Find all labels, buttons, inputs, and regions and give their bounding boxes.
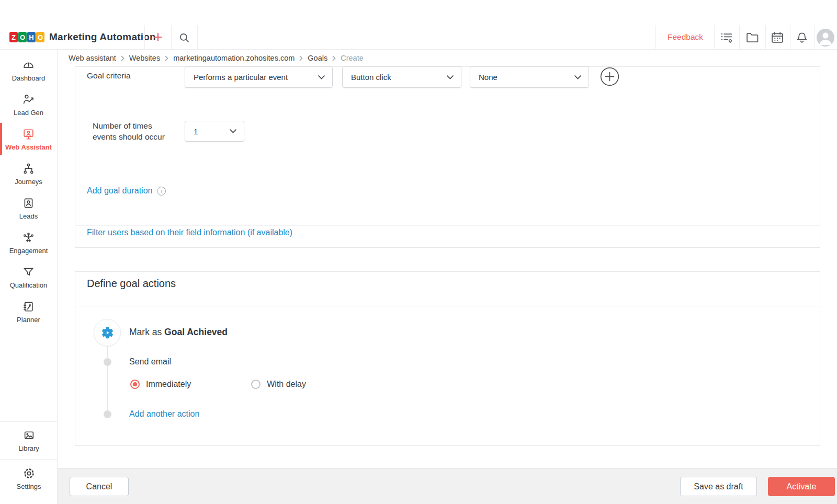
add-criteria-icon[interactable] bbox=[600, 67, 619, 86]
radio-immediately[interactable] bbox=[130, 380, 140, 389]
sidebar-item-lead-gen[interactable]: Lead Gen bbox=[0, 87, 57, 122]
chevron-down-icon bbox=[574, 75, 581, 79]
engagement-icon bbox=[22, 231, 35, 244]
goal-criteria-label: Goal criteria bbox=[87, 71, 131, 81]
breadcrumb-item[interactable]: marketingautomation.zohosites.com bbox=[173, 54, 295, 62]
task-list-icon[interactable] bbox=[719, 30, 734, 45]
action-node-dot bbox=[104, 358, 111, 366]
qualification-icon bbox=[22, 266, 35, 279]
sidebar-item-label: Web Assistant bbox=[5, 143, 52, 151]
goal-actions-card: Define goal actions Mark as Goal Achieve… bbox=[75, 271, 820, 446]
event-value: Button click bbox=[351, 73, 391, 82]
sidebar-item-label: Settings bbox=[17, 483, 41, 490]
add-another-action-link[interactable]: Add another action bbox=[129, 409, 199, 419]
cancel-button[interactable]: Cancel bbox=[70, 477, 129, 496]
app-title: Marketing Automation bbox=[49, 31, 156, 43]
avatar[interactable] bbox=[817, 29, 834, 47]
lead-gen-icon bbox=[22, 93, 35, 106]
sidebar-item-leads[interactable]: Leads bbox=[0, 191, 57, 225]
divider bbox=[75, 306, 820, 306]
logo-letter: O bbox=[18, 32, 27, 42]
zoho-logo: Z O H O bbox=[9, 32, 44, 42]
sidebar-item-web-assistant[interactable]: Web Assistant bbox=[0, 122, 57, 156]
goal-achieved-gear-icon bbox=[94, 319, 121, 346]
header-divider bbox=[739, 25, 740, 50]
sidebar-item-library[interactable]: Library bbox=[0, 421, 58, 459]
radio-with-delay[interactable] bbox=[251, 380, 261, 389]
header-divider bbox=[197, 25, 198, 50]
event-type-value: Performs a particular event bbox=[194, 73, 288, 82]
sidebar-item-planner[interactable]: Planner bbox=[0, 294, 57, 329]
sidebar-item-qualification[interactable]: Qualification bbox=[0, 260, 57, 294]
event-select[interactable]: Button click bbox=[342, 66, 461, 88]
mark-as-value: Goal Achieved bbox=[164, 327, 228, 337]
footer-action-bar: Cancel Save as draft Activate bbox=[58, 468, 837, 504]
sidebar-item-label: Engagement bbox=[9, 247, 48, 255]
sidebar-item-journeys[interactable]: Journeys bbox=[0, 156, 57, 191]
add-goal-duration-link[interactable]: Add goal duration bbox=[87, 186, 152, 196]
divider bbox=[75, 225, 820, 226]
sidebar-item-label: Library bbox=[18, 444, 39, 452]
radio-immediately-label[interactable]: Immediately bbox=[146, 380, 191, 389]
sidebar-item-label: Dashboard bbox=[12, 74, 46, 82]
chevron-right-icon bbox=[121, 55, 125, 61]
leads-icon bbox=[22, 197, 35, 210]
logo-letter: H bbox=[27, 32, 36, 42]
send-email-options: Immediately With delay bbox=[130, 380, 306, 389]
header-divider bbox=[790, 25, 790, 50]
feedback-link[interactable]: Feedback bbox=[660, 32, 710, 42]
dashboard-icon bbox=[22, 59, 35, 72]
header-divider bbox=[655, 25, 656, 50]
action-node-dot bbox=[104, 410, 111, 418]
library-icon bbox=[22, 429, 36, 442]
mark-as-prefix: Mark as bbox=[129, 327, 164, 337]
logo-letter: O bbox=[36, 32, 44, 42]
save-as-draft-button[interactable]: Save as draft bbox=[680, 477, 757, 496]
breadcrumb-item[interactable]: Goals bbox=[308, 54, 327, 62]
chevron-down-icon bbox=[447, 75, 454, 79]
goal-criteria-card: Goal criteria Performs a particular even… bbox=[75, 66, 820, 248]
brand[interactable]: Z O H O Marketing Automation bbox=[9, 31, 156, 43]
breadcrumb-current: Create bbox=[341, 54, 364, 62]
bell-icon[interactable] bbox=[795, 30, 809, 45]
header-divider bbox=[171, 25, 172, 50]
sidebar-item-engagement[interactable]: Engagement bbox=[0, 225, 57, 260]
activate-button[interactable]: Activate bbox=[768, 477, 835, 496]
header-divider bbox=[765, 25, 766, 50]
sidebar-item-label: Qualification bbox=[10, 281, 48, 289]
times-select[interactable]: 1 bbox=[185, 121, 244, 142]
app-window: Z O H O Marketing Automation + Feedback bbox=[0, 0, 837, 504]
chevron-down-icon bbox=[230, 129, 236, 133]
event-type-select[interactable]: Performs a particular event bbox=[185, 66, 333, 88]
sidebar-item-label: Leads bbox=[19, 212, 38, 220]
filter-users-link[interactable]: Filter users based on their field inform… bbox=[87, 228, 292, 237]
folder-icon[interactable] bbox=[745, 30, 760, 45]
calendar-icon[interactable] bbox=[770, 30, 785, 45]
info-icon[interactable] bbox=[157, 187, 166, 196]
send-email-label: Send email bbox=[129, 357, 171, 366]
breadcrumb-item[interactable]: Websites bbox=[129, 54, 160, 62]
sidebar-item-settings[interactable]: Settings bbox=[0, 459, 58, 504]
times-value: 1 bbox=[194, 127, 198, 136]
times-label: Number of times events should occur bbox=[93, 120, 166, 142]
event-detail-value: None bbox=[479, 73, 497, 82]
sidebar-item-dashboard[interactable]: Dashboard bbox=[0, 53, 57, 87]
planner-icon bbox=[22, 300, 35, 313]
event-detail-select[interactable]: None bbox=[470, 66, 589, 88]
sidebar-item-label: Planner bbox=[17, 316, 40, 324]
chevron-right-icon bbox=[299, 55, 303, 61]
search-icon[interactable] bbox=[177, 30, 191, 45]
breadcrumb: Web assistant Websites marketingautomati… bbox=[69, 50, 364, 66]
web-assistant-icon bbox=[22, 128, 35, 141]
journeys-icon bbox=[22, 162, 35, 175]
logo-letter: Z bbox=[9, 32, 18, 42]
add-icon[interactable]: + bbox=[151, 27, 165, 47]
settings-icon bbox=[22, 467, 36, 480]
action-connector-line bbox=[107, 346, 108, 417]
sidebar-item-label: Lead Gen bbox=[14, 109, 43, 117]
sidebar: Dashboard Lead Gen Web Assistant bbox=[0, 50, 58, 504]
chevron-right-icon bbox=[332, 55, 336, 61]
breadcrumb-item[interactable]: Web assistant bbox=[69, 54, 116, 62]
radio-with-delay-label[interactable]: With delay bbox=[267, 380, 306, 389]
mark-as-goal-achieved: Mark as Goal Achieved bbox=[129, 327, 228, 338]
